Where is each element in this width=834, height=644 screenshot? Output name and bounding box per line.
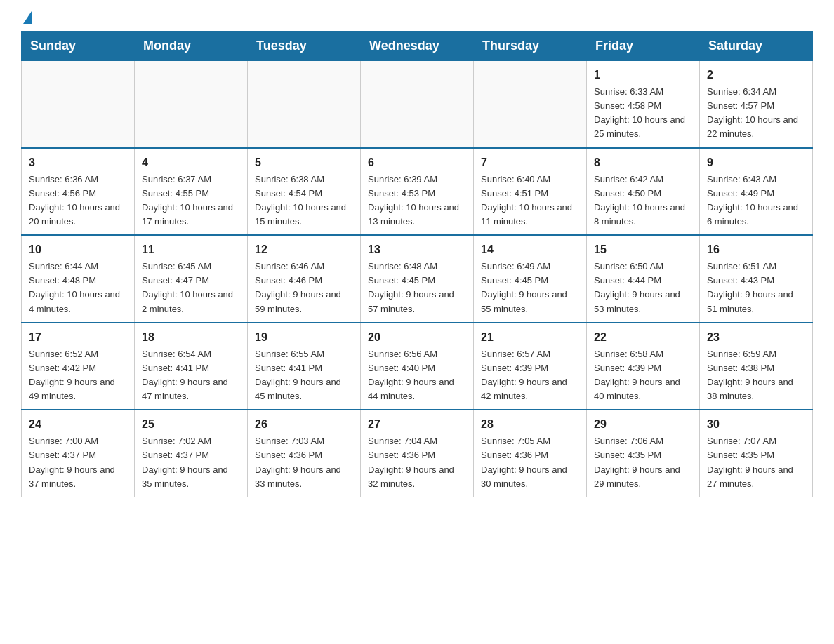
day-number: 24 (29, 416, 127, 433)
weekday-header-sunday: Sunday (22, 32, 135, 61)
calendar-cell: 9Sunrise: 6:43 AM Sunset: 4:49 PM Daylig… (700, 148, 813, 236)
calendar-week-row: 17Sunrise: 6:52 AM Sunset: 4:42 PM Dayli… (22, 323, 813, 410)
day-info: Sunrise: 6:48 AM Sunset: 4:45 PM Dayligh… (368, 260, 466, 316)
calendar-cell: 30Sunrise: 7:07 AM Sunset: 4:35 PM Dayli… (700, 410, 813, 497)
day-number: 30 (707, 416, 805, 433)
weekday-header-wednesday: Wednesday (361, 32, 474, 61)
calendar-cell: 18Sunrise: 6:54 AM Sunset: 4:41 PM Dayli… (135, 323, 248, 410)
logo (21, 14, 32, 24)
calendar-cell: 15Sunrise: 6:50 AM Sunset: 4:44 PM Dayli… (587, 235, 700, 323)
day-info: Sunrise: 7:00 AM Sunset: 4:37 PM Dayligh… (29, 434, 127, 491)
day-info: Sunrise: 7:03 AM Sunset: 4:36 PM Dayligh… (255, 434, 353, 491)
calendar-week-row: 3Sunrise: 6:36 AM Sunset: 4:56 PM Daylig… (22, 148, 813, 236)
day-number: 19 (255, 329, 353, 346)
day-number: 6 (368, 154, 466, 171)
day-number: 22 (594, 329, 692, 346)
day-info: Sunrise: 6:45 AM Sunset: 4:47 PM Dayligh… (142, 260, 240, 316)
day-number: 14 (481, 241, 579, 258)
day-info: Sunrise: 6:55 AM Sunset: 4:41 PM Dayligh… (255, 347, 353, 404)
calendar-week-row: 24Sunrise: 7:00 AM Sunset: 4:37 PM Dayli… (22, 410, 813, 497)
calendar-cell: 10Sunrise: 6:44 AM Sunset: 4:48 PM Dayli… (22, 235, 135, 323)
calendar-cell: 21Sunrise: 6:57 AM Sunset: 4:39 PM Dayli… (474, 323, 587, 410)
day-info: Sunrise: 6:59 AM Sunset: 4:38 PM Dayligh… (707, 347, 805, 404)
day-info: Sunrise: 6:43 AM Sunset: 4:49 PM Dayligh… (707, 173, 805, 229)
calendar-week-row: 1Sunrise: 6:33 AM Sunset: 4:58 PM Daylig… (22, 61, 813, 148)
day-number: 2 (707, 67, 805, 83)
day-info: Sunrise: 6:44 AM Sunset: 4:48 PM Dayligh… (29, 260, 127, 316)
weekday-header-thursday: Thursday (474, 32, 587, 61)
calendar-cell: 16Sunrise: 6:51 AM Sunset: 4:43 PM Dayli… (700, 235, 813, 323)
day-info: Sunrise: 6:42 AM Sunset: 4:50 PM Dayligh… (594, 173, 692, 229)
calendar-cell: 17Sunrise: 6:52 AM Sunset: 4:42 PM Dayli… (22, 323, 135, 410)
calendar-week-row: 10Sunrise: 6:44 AM Sunset: 4:48 PM Dayli… (22, 235, 813, 323)
weekday-header-monday: Monday (135, 32, 248, 61)
calendar-cell: 11Sunrise: 6:45 AM Sunset: 4:47 PM Dayli… (135, 235, 248, 323)
page-header (21, 14, 813, 24)
day-info: Sunrise: 6:33 AM Sunset: 4:58 PM Dayligh… (594, 85, 692, 142)
calendar-cell (361, 61, 474, 148)
calendar-cell (248, 61, 361, 148)
day-number: 21 (481, 329, 579, 346)
day-info: Sunrise: 7:06 AM Sunset: 4:35 PM Dayligh… (594, 434, 692, 491)
day-number: 4 (142, 154, 240, 171)
calendar-cell: 8Sunrise: 6:42 AM Sunset: 4:50 PM Daylig… (587, 148, 700, 236)
day-number: 3 (29, 154, 127, 171)
day-info: Sunrise: 7:05 AM Sunset: 4:36 PM Dayligh… (481, 434, 579, 491)
calendar-cell: 5Sunrise: 6:38 AM Sunset: 4:54 PM Daylig… (248, 148, 361, 236)
calendar-cell: 25Sunrise: 7:02 AM Sunset: 4:37 PM Dayli… (135, 410, 248, 497)
day-number: 16 (707, 241, 805, 258)
day-number: 7 (481, 154, 579, 171)
day-number: 27 (368, 416, 466, 433)
day-number: 23 (707, 329, 805, 346)
day-info: Sunrise: 6:54 AM Sunset: 4:41 PM Dayligh… (142, 347, 240, 404)
weekday-header-tuesday: Tuesday (248, 32, 361, 61)
day-info: Sunrise: 6:40 AM Sunset: 4:51 PM Dayligh… (481, 173, 579, 229)
calendar-cell: 19Sunrise: 6:55 AM Sunset: 4:41 PM Dayli… (248, 323, 361, 410)
day-info: Sunrise: 6:57 AM Sunset: 4:39 PM Dayligh… (481, 347, 579, 404)
calendar-cell: 2Sunrise: 6:34 AM Sunset: 4:57 PM Daylig… (700, 61, 813, 148)
calendar-cell: 22Sunrise: 6:58 AM Sunset: 4:39 PM Dayli… (587, 323, 700, 410)
day-info: Sunrise: 7:04 AM Sunset: 4:36 PM Dayligh… (368, 434, 466, 491)
calendar-cell: 1Sunrise: 6:33 AM Sunset: 4:58 PM Daylig… (587, 61, 700, 148)
day-number: 10 (29, 241, 127, 258)
calendar-cell: 24Sunrise: 7:00 AM Sunset: 4:37 PM Dayli… (22, 410, 135, 497)
calendar-cell: 3Sunrise: 6:36 AM Sunset: 4:56 PM Daylig… (22, 148, 135, 236)
day-number: 1 (594, 67, 692, 83)
day-info: Sunrise: 6:51 AM Sunset: 4:43 PM Dayligh… (707, 260, 805, 316)
day-number: 18 (142, 329, 240, 346)
day-number: 28 (481, 416, 579, 433)
day-info: Sunrise: 6:58 AM Sunset: 4:39 PM Dayligh… (594, 347, 692, 404)
day-number: 29 (594, 416, 692, 433)
calendar-cell: 7Sunrise: 6:40 AM Sunset: 4:51 PM Daylig… (474, 148, 587, 236)
calendar-cell: 27Sunrise: 7:04 AM Sunset: 4:36 PM Dayli… (361, 410, 474, 497)
day-info: Sunrise: 6:37 AM Sunset: 4:55 PM Dayligh… (142, 173, 240, 229)
calendar-cell: 6Sunrise: 6:39 AM Sunset: 4:53 PM Daylig… (361, 148, 474, 236)
day-number: 11 (142, 241, 240, 258)
calendar-cell: 20Sunrise: 6:56 AM Sunset: 4:40 PM Dayli… (361, 323, 474, 410)
weekday-header-saturday: Saturday (700, 32, 813, 61)
calendar-cell (474, 61, 587, 148)
day-number: 17 (29, 329, 127, 346)
day-info: Sunrise: 6:34 AM Sunset: 4:57 PM Dayligh… (707, 85, 805, 142)
day-info: Sunrise: 6:50 AM Sunset: 4:44 PM Dayligh… (594, 260, 692, 316)
day-number: 12 (255, 241, 353, 258)
calendar-cell: 29Sunrise: 7:06 AM Sunset: 4:35 PM Dayli… (587, 410, 700, 497)
day-info: Sunrise: 6:49 AM Sunset: 4:45 PM Dayligh… (481, 260, 579, 316)
day-number: 5 (255, 154, 353, 171)
day-info: Sunrise: 6:39 AM Sunset: 4:53 PM Dayligh… (368, 173, 466, 229)
day-number: 26 (255, 416, 353, 433)
calendar-cell: 28Sunrise: 7:05 AM Sunset: 4:36 PM Dayli… (474, 410, 587, 497)
calendar-cell: 12Sunrise: 6:46 AM Sunset: 4:46 PM Dayli… (248, 235, 361, 323)
day-number: 8 (594, 154, 692, 171)
weekday-header-row: SundayMondayTuesdayWednesdayThursdayFrid… (22, 32, 813, 61)
day-info: Sunrise: 6:38 AM Sunset: 4:54 PM Dayligh… (255, 173, 353, 229)
calendar-cell: 23Sunrise: 6:59 AM Sunset: 4:38 PM Dayli… (700, 323, 813, 410)
calendar-cell: 4Sunrise: 6:37 AM Sunset: 4:55 PM Daylig… (135, 148, 248, 236)
calendar-cell: 26Sunrise: 7:03 AM Sunset: 4:36 PM Dayli… (248, 410, 361, 497)
calendar-cell: 13Sunrise: 6:48 AM Sunset: 4:45 PM Dayli… (361, 235, 474, 323)
day-number: 9 (707, 154, 805, 171)
day-info: Sunrise: 6:56 AM Sunset: 4:40 PM Dayligh… (368, 347, 466, 404)
calendar-cell (22, 61, 135, 148)
calendar-cell (135, 61, 248, 148)
day-info: Sunrise: 6:36 AM Sunset: 4:56 PM Dayligh… (29, 173, 127, 229)
